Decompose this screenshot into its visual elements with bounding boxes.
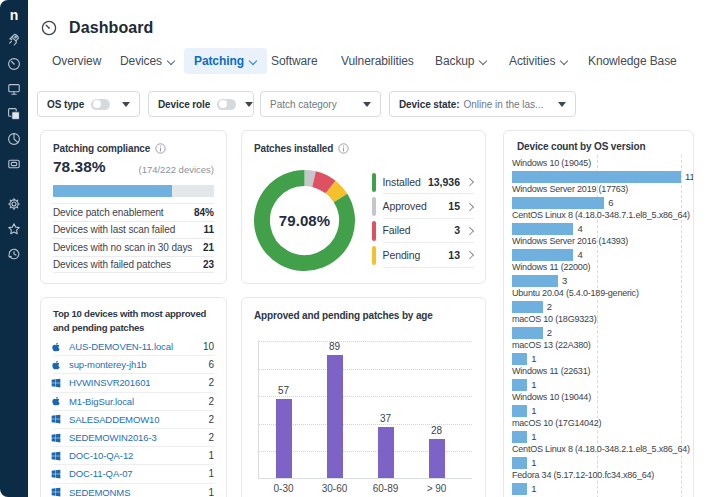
device-row: SALESADDEMOW10 2	[53, 411, 214, 429]
os-bar-line: 1	[512, 353, 691, 365]
tab-knowledge-base[interactable]: Knowledge Base	[588, 48, 677, 74]
devices-icon[interactable]	[7, 107, 21, 121]
tab-label: Software	[271, 54, 318, 68]
info-icon[interactable]	[155, 143, 166, 154]
tab-overview[interactable]: Overview	[52, 48, 101, 74]
legend-item-failed[interactable]: Failed 3	[372, 219, 474, 243]
device-name-link[interactable]: HVWINSVR201601	[69, 377, 151, 388]
device-name-link[interactable]: sup-monterey-jh1b	[69, 359, 147, 370]
apple-icon	[51, 342, 61, 352]
toggle-switch[interactable]	[91, 99, 110, 110]
windows-icon	[51, 378, 61, 388]
device-name-link[interactable]: M1-BigSur.local	[69, 396, 134, 407]
chevron-down-icon	[479, 56, 487, 64]
os-bar-line: 1	[512, 431, 691, 443]
device-patch-count: 2	[208, 414, 214, 425]
age-bar-60-89	[378, 427, 394, 478]
rocket-icon[interactable]	[7, 32, 21, 46]
monitor-icon[interactable]	[7, 82, 21, 96]
legend-item-approved[interactable]: Approved 15	[372, 194, 474, 218]
filter-os-type[interactable]: OS type	[37, 91, 140, 117]
filter-value: Online in the las...	[463, 99, 543, 110]
os-bar	[512, 431, 527, 443]
os-bar-row: CentOS Linux 8 (4.18.0-348.2.1.el8_5.x86…	[512, 444, 691, 470]
app-logo[interactable]: n	[0, 6, 28, 24]
tab-devices[interactable]: Devices	[120, 48, 175, 74]
legend-item-pending[interactable]: Pending 13	[372, 243, 474, 267]
device-name-link[interactable]: SEDEMOWIN2016-3	[69, 432, 157, 443]
app-window: n	[0, 0, 710, 497]
legend-item-installed[interactable]: Installed 13,936	[372, 170, 474, 194]
info-icon[interactable]	[338, 143, 349, 154]
windows-icon	[51, 433, 61, 443]
compliance-percent: 78.38%	[53, 158, 106, 176]
compliance-stats: Device patch enablement84%Devices with l…	[53, 203, 214, 273]
os-bar-line: 1	[512, 379, 691, 391]
card-title: Device count by OS version	[517, 141, 680, 152]
age-bar-value: 28	[417, 425, 457, 436]
apple-icon	[51, 342, 61, 352]
os-bar-row: Windows 11 (22000) 3	[512, 262, 691, 288]
os-bar	[512, 171, 681, 183]
os-bar-chart: Windows 10 (19045) 11 Windows Server 201…	[512, 158, 691, 496]
device-patch-count: 6	[208, 359, 214, 370]
age-bar-value: 37	[366, 413, 406, 424]
os-bar-line: 6	[512, 197, 691, 209]
chevron-right-icon	[467, 178, 474, 185]
windows-icon	[51, 451, 61, 461]
tab-patching[interactable]: Patching	[184, 48, 267, 74]
gear-icon[interactable]	[7, 197, 21, 211]
card-title: Patching compliance	[53, 143, 214, 154]
chevron-down-icon	[249, 56, 257, 64]
os-bar-value: 11	[685, 171, 694, 182]
toggle-switch[interactable]	[217, 99, 236, 110]
tab-vulnerabilities[interactable]: Vulnerabilities	[341, 48, 414, 74]
legend-color-bar	[372, 221, 376, 240]
device-name-link[interactable]: DOC-10-QA-12	[69, 450, 133, 461]
filter-patch-category[interactable]: Patch category	[260, 91, 381, 117]
caret-down-icon	[122, 102, 130, 107]
os-bar-row: Windows Server 2016 (14393) 4	[512, 236, 691, 262]
stat-row: Device patch enablement84%	[53, 203, 214, 221]
os-bar-value: 6	[608, 197, 613, 208]
windows-icon	[51, 469, 61, 479]
compliance-summary-row: 78.38% (174/222 devices)	[53, 158, 214, 176]
age-bar-category: 30-60	[310, 483, 360, 494]
legend-value: 3	[454, 224, 460, 236]
apple-icon	[51, 360, 61, 370]
stat-value: 23	[203, 259, 214, 270]
filter-label: Device role	[158, 99, 210, 110]
os-bar-row: Windows 10 (19045) 11	[512, 158, 691, 184]
caret-down-icon	[558, 102, 566, 107]
gauge-icon[interactable]	[7, 57, 21, 71]
device-patch-count: 1	[208, 468, 214, 479]
chevron-right-icon	[467, 203, 474, 210]
star-icon[interactable]	[7, 222, 21, 236]
compliance-progress-fill	[53, 185, 172, 197]
tab-label: Knowledge Base	[588, 54, 677, 68]
device-name-link[interactable]: AUS-DEMOVEN-11.local	[69, 341, 173, 352]
pie-chart-icon[interactable]	[7, 132, 21, 146]
card-reader-icon[interactable]	[7, 157, 21, 171]
tab-label: Backup	[435, 54, 474, 68]
device-name-link[interactable]: SALESADDEMOW10	[69, 414, 159, 425]
tab-backup[interactable]: Backup	[435, 48, 487, 74]
filter-device-role[interactable]: Device role	[148, 91, 254, 117]
tab-software[interactable]: Software	[271, 48, 318, 74]
os-bar	[512, 457, 527, 469]
device-name-link[interactable]: SEDEMONMS	[69, 487, 130, 497]
legend-label: Pending	[383, 249, 421, 261]
dashboard-icon	[41, 20, 57, 36]
device-patch-count: 2	[208, 396, 214, 407]
stat-label: Devices with no scan in 30 days	[53, 242, 192, 253]
card-device-count-os: Device count by OS version Windows 10 (1…	[503, 130, 694, 497]
device-row: DOC-11-QA-07 1	[53, 465, 214, 483]
os-bar-row: Windows Server 2019 (17763) 6	[512, 184, 691, 210]
tab-activities[interactable]: Activities	[509, 48, 568, 74]
device-name-link[interactable]: DOC-11-QA-07	[69, 468, 133, 479]
device-patch-count: 1	[208, 450, 214, 461]
filter-device-state[interactable]: Device state: Online in the las...	[389, 91, 576, 117]
history-icon[interactable]	[7, 247, 21, 261]
card-top-devices: Top 10 devices with most approved and pe…	[40, 297, 227, 497]
os-bar-value: 1	[531, 405, 536, 416]
